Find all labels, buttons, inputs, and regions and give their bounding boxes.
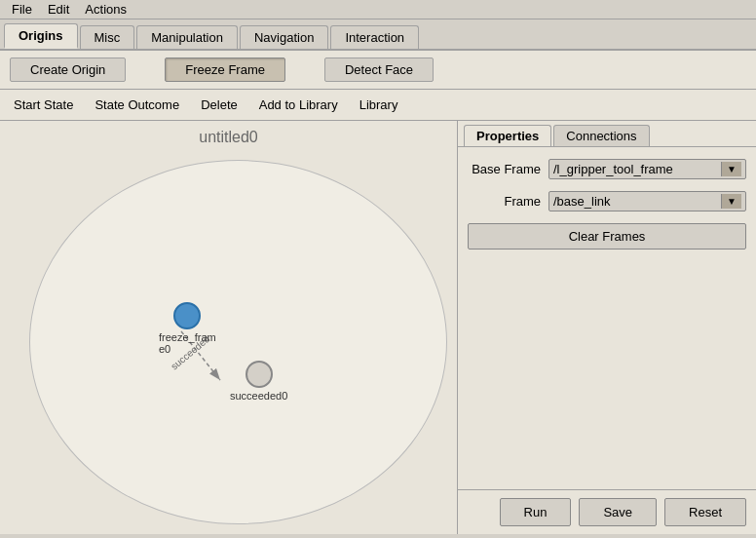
action-library[interactable]: Library xyxy=(356,96,402,114)
main-content: untitled0 succeeded freeze_frame0 xyxy=(0,121,756,534)
action-start-state[interactable]: Start State xyxy=(10,96,77,114)
action-add-to-library[interactable]: Add to Library xyxy=(255,96,342,114)
canvas-circle: succeeded freeze_frame0 succeeded0 xyxy=(29,160,447,524)
create-origin-button[interactable]: Create Origin xyxy=(10,58,126,82)
clear-frames-row: Clear Frames xyxy=(468,223,746,250)
tab-bar: Origins Misc Manipulation Navigation Int… xyxy=(0,19,756,51)
tab-interaction[interactable]: Interaction xyxy=(330,25,419,49)
action-state-outcome[interactable]: State Outcome xyxy=(91,96,183,114)
menu-actions[interactable]: Actions xyxy=(77,2,134,17)
clear-frames-button[interactable]: Clear Frames xyxy=(468,223,746,250)
succeeded-node[interactable]: succeeded0 xyxy=(230,361,287,402)
tab-origins[interactable]: Origins xyxy=(4,23,78,49)
base-frame-value: /l_gripper_tool_frame xyxy=(553,162,721,176)
props-tab-connections[interactable]: Connections xyxy=(553,125,649,146)
menu-file[interactable]: File xyxy=(4,2,40,17)
freeze-frame-button[interactable]: Freeze Frame xyxy=(165,58,285,82)
action-delete[interactable]: Delete xyxy=(197,96,242,114)
menu-edit[interactable]: Edit xyxy=(40,2,77,17)
frame-row: Frame /base_link ▼ xyxy=(468,191,746,211)
canvas-title: untitled0 xyxy=(199,129,258,146)
base-frame-label: Base Frame xyxy=(468,162,541,176)
run-button[interactable]: Run xyxy=(500,498,572,526)
reset-button[interactable]: Reset xyxy=(664,498,746,526)
props-tab-properties[interactable]: Properties xyxy=(464,125,551,146)
freeze-frame-circle xyxy=(173,302,201,329)
frame-value: /base_link xyxy=(553,194,721,209)
base-frame-row: Base Frame /l_gripper_tool_frame ▼ xyxy=(468,159,746,179)
tab-manipulation[interactable]: Manipulation xyxy=(136,25,238,49)
props-body: Base Frame /l_gripper_tool_frame ▼ Frame… xyxy=(458,147,756,489)
menu-bar: File Edit Actions xyxy=(0,0,756,19)
frame-select[interactable]: /base_link ▼ xyxy=(548,191,746,211)
succeeded-label: succeeded0 xyxy=(230,390,287,402)
properties-panel: Properties Connections Base Frame /l_gri… xyxy=(458,121,756,534)
props-tabs: Properties Connections xyxy=(458,121,756,147)
succeeded-circle xyxy=(246,361,273,388)
tab-misc[interactable]: Misc xyxy=(80,25,135,49)
frame-label: Frame xyxy=(468,194,541,209)
toolbar: Create Origin Freeze Frame Detect Face xyxy=(0,51,756,90)
canvas-area: untitled0 succeeded freeze_frame0 xyxy=(0,121,458,534)
bottom-bar: Run Save Reset xyxy=(458,489,756,534)
frame-arrow-icon: ▼ xyxy=(721,194,741,209)
save-button[interactable]: Save xyxy=(579,498,657,526)
freeze-frame-label: freeze_frame0 xyxy=(159,331,216,355)
tab-navigation[interactable]: Navigation xyxy=(240,25,328,49)
connection-svg: succeeded xyxy=(30,161,446,523)
base-frame-select[interactable]: /l_gripper_tool_frame ▼ xyxy=(548,159,746,179)
action-bar: Start State State Outcome Delete Add to … xyxy=(0,90,756,121)
detect-face-button[interactable]: Detect Face xyxy=(324,58,434,82)
base-frame-arrow-icon: ▼ xyxy=(721,162,741,176)
freeze-frame-node[interactable]: freeze_frame0 xyxy=(159,302,216,355)
